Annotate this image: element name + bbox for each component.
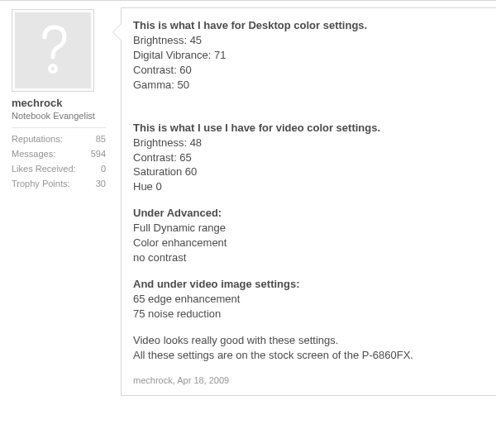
question-mark-icon <box>33 21 73 80</box>
section-heading: And under video image settings: <box>133 278 300 290</box>
setting-line: Color enhancement <box>133 236 227 249</box>
svg-point-0 <box>50 65 56 72</box>
setting-line: Gamma: 50 <box>133 79 189 91</box>
setting-line: 75 noise reduction <box>133 307 221 320</box>
section-heading: Under Advanced: <box>133 207 222 219</box>
setting-line: Contrast: 65 <box>133 151 192 164</box>
message-body: This is what I have for Desktop color se… <box>133 18 484 387</box>
setting-line: Digital Vibrance: 71 <box>133 49 227 61</box>
message-column: This is what I have for Desktop color se… <box>121 7 496 396</box>
sig-username-link[interactable]: mechrock <box>133 375 173 385</box>
setting-line: 65 edge enhancement <box>133 293 240 305</box>
user-stats: Reputations: 85 Messages: 594 Likes Rece… <box>12 127 106 191</box>
closing-line: Video looks really good with these setti… <box>133 334 338 346</box>
setting-line: no contrast <box>133 251 186 264</box>
avatar-placeholder <box>15 12 91 88</box>
forum-post-container: mechrock Notebook Evangelist Reputations… <box>0 0 496 448</box>
video-image-section: And under video image settings: 65 edge … <box>133 277 484 322</box>
stat-value: 594 <box>91 146 106 161</box>
stat-likes: Likes Received: 0 <box>12 161 106 176</box>
closing-remarks: Video looks really good with these setti… <box>133 333 484 363</box>
stat-label: Trophy Points: <box>12 176 70 191</box>
post-signature: mechrock, Apr 18, 2009 <box>133 374 484 387</box>
setting-line: Saturation 60 <box>133 165 197 178</box>
closing-line: All these settings are on the stock scre… <box>133 349 413 361</box>
post: mechrock Notebook Evangelist Reputations… <box>0 1 496 403</box>
avatar-frame[interactable] <box>12 9 94 92</box>
setting-line: Brightness: 48 <box>133 136 202 149</box>
section-heading: This is what I use I have for video colo… <box>133 122 380 134</box>
stat-value: 0 <box>101 161 106 176</box>
stat-messages: Messages: 594 <box>12 146 106 161</box>
section-heading: This is what I have for Desktop color se… <box>133 19 367 31</box>
user-column: mechrock Notebook Evangelist Reputations… <box>0 1 114 403</box>
stat-reputations: Reputations: 85 <box>12 131 106 146</box>
desktop-settings-section: This is what I have for Desktop color se… <box>133 18 484 93</box>
stat-trophy: Trophy Points: 30 <box>12 176 106 191</box>
user-title: Notebook Evangelist <box>12 111 106 121</box>
setting-line: Full Dynamic range <box>133 222 226 234</box>
stat-label: Messages: <box>12 146 55 161</box>
advanced-section: Under Advanced: Full Dynamic range Color… <box>133 206 484 265</box>
stat-label: Likes Received: <box>12 161 76 176</box>
stat-label: Reputations: <box>12 131 63 146</box>
video-settings-section: This is what I use I have for video colo… <box>133 121 484 195</box>
username-link[interactable]: mechrock <box>12 97 106 109</box>
speech-arrow-icon <box>112 23 122 41</box>
setting-line: Hue 0 <box>133 180 162 193</box>
stat-value: 30 <box>96 176 106 191</box>
sig-date-link[interactable]: Apr 18, 2009 <box>177 375 229 385</box>
setting-line: Contrast: 60 <box>133 64 192 76</box>
stat-value: 85 <box>96 131 106 146</box>
setting-line: Brightness: 45 <box>133 34 202 46</box>
